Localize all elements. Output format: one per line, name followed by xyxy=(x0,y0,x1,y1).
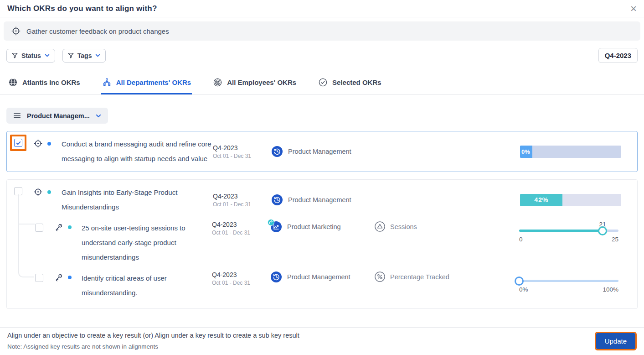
objective-target-icon xyxy=(33,139,43,148)
period-badge[interactable]: Q4-2023 xyxy=(598,48,638,63)
tab-label: All Departments' OKRs xyxy=(116,78,191,86)
objective-row: Conduct a brand messaging audit and refi… xyxy=(14,137,625,166)
okr-title[interactable]: 25 on-site user-testing sessions to unde… xyxy=(82,221,212,265)
row-icons xyxy=(54,271,82,282)
okr-checkbox[interactable] xyxy=(14,187,22,195)
slider-minmax: 0 25 xyxy=(519,236,618,243)
key-result-row: Identify critical areas of user misunder… xyxy=(35,271,625,300)
date-cell: Q4-2023 Oct 01 - Dec 31 xyxy=(213,193,271,208)
modal-title: Which OKRs do you want to align with? xyxy=(7,4,157,13)
org-chart-icon xyxy=(102,78,112,87)
period-label: Q4-2023 xyxy=(212,271,270,278)
checkbox-cell xyxy=(14,185,33,195)
date-range-label: Oct 01 - Dec 31 xyxy=(212,280,270,286)
tree-connector-stub xyxy=(18,224,35,224)
slider-min-label: 0 xyxy=(519,236,523,243)
footer-hint: Align under an objective to create a key… xyxy=(7,332,299,339)
key-result-row: 25 on-site user-testing sessions to unde… xyxy=(35,221,625,265)
growth-arrow-badge-icon xyxy=(268,219,274,226)
tags-filter-button[interactable]: Tags xyxy=(62,49,106,63)
okr-title[interactable]: Identify critical areas of user misunder… xyxy=(82,271,212,300)
date-range-label: Oct 01 - Dec 31 xyxy=(213,153,271,159)
slider-fill xyxy=(519,230,603,232)
close-icon[interactable]: × xyxy=(630,3,637,14)
status-dot-icon xyxy=(47,142,51,146)
checkbox-cell xyxy=(35,221,54,232)
bullseye-icon xyxy=(213,78,222,87)
key-icon xyxy=(54,273,63,282)
row-icons xyxy=(33,137,62,148)
okr-card-group: Gain Insights into Early-Stage Product M… xyxy=(6,179,638,309)
okr-card-selected: Conduct a brand messaging audit and refi… xyxy=(6,131,638,172)
check-circle-icon xyxy=(318,78,328,87)
tab-all-departments-okrs[interactable]: All Departments' OKRs xyxy=(101,73,192,94)
department-history-icon xyxy=(271,146,283,157)
footer-note: Note: Assigned key results are not shown… xyxy=(7,343,299,350)
date-range-label: Oct 01 - Dec 31 xyxy=(213,201,271,208)
kr-checkbox[interactable] xyxy=(35,274,43,282)
progress-bar: 0% xyxy=(520,146,621,158)
department-name: Product Management xyxy=(288,196,351,204)
department-name: Product Management xyxy=(287,273,350,281)
slider-track[interactable] xyxy=(519,280,618,282)
checkbox-cell xyxy=(35,271,54,282)
chevron-down-icon xyxy=(95,113,102,119)
department-cell: Product Marketing xyxy=(270,221,374,233)
tab-all-employees-okrs[interactable]: All Employees' OKRs xyxy=(212,73,297,94)
department-history-icon xyxy=(270,271,282,283)
sessions-triangle-icon xyxy=(374,221,386,232)
tab-selected-okrs[interactable]: Selected OKRs xyxy=(317,73,382,94)
orange-highlight-box xyxy=(10,135,26,151)
orange-highlight-box: Update xyxy=(595,332,637,350)
slider-handle[interactable] xyxy=(598,226,607,235)
objective-row: Gain Insights into Early-Stage Product M… xyxy=(14,185,625,214)
slider-minmax: 0% 100% xyxy=(519,286,618,293)
date-cell: Q4-2023 Oct 01 - Dec 31 xyxy=(213,144,271,159)
slider-handle[interactable] xyxy=(515,277,524,286)
department-name: Product Marketing xyxy=(287,223,341,230)
status-filter-button[interactable]: Status xyxy=(6,49,55,63)
funnel-icon xyxy=(67,52,74,59)
modal-footer: Align under an objective to create a key… xyxy=(0,327,644,355)
status-filter-label: Status xyxy=(21,52,41,59)
target-icon xyxy=(11,26,21,36)
progress-cell: 21 0 25 xyxy=(519,221,621,243)
status-dot-icon xyxy=(68,225,72,229)
funnel-icon xyxy=(11,52,18,59)
progress-fill: 0% xyxy=(520,146,532,158)
okr-title[interactable]: Gain Insights into Early-Stage Product M… xyxy=(62,185,213,214)
kr-checkbox[interactable] xyxy=(35,224,43,232)
progress-cell: 0% xyxy=(520,146,622,158)
tab-label: All Employees' OKRs xyxy=(227,78,296,86)
chevron-down-icon xyxy=(44,52,50,58)
okr-title[interactable]: Conduct a brand messaging audit and refi… xyxy=(62,137,213,166)
progress-cell: 0% 100% xyxy=(519,271,621,293)
tags-filter-label: Tags xyxy=(77,52,92,59)
kr-progress-slider: 0% 100% xyxy=(519,271,618,293)
slider-track[interactable] xyxy=(519,230,618,232)
hamburger-icon xyxy=(13,111,21,120)
date-range-label: Oct 01 - Dec 31 xyxy=(212,230,270,236)
context-objective-text: Gather customer feedback on product chan… xyxy=(26,27,169,35)
status-dot-icon xyxy=(47,190,51,194)
status-dot-icon xyxy=(68,276,72,279)
slider-min-label: 0% xyxy=(519,286,528,293)
update-button[interactable]: Update xyxy=(596,333,635,349)
progress-fill: 42% xyxy=(520,194,562,206)
department-filter-label: Product Managem... xyxy=(27,112,90,120)
period-label: Q4-2023 xyxy=(212,221,270,228)
row-icons xyxy=(54,221,82,232)
objective-context-bar: Gather customer feedback on product chan… xyxy=(4,21,640,41)
tab-label: Selected OKRs xyxy=(332,78,381,86)
department-cell: Product Management xyxy=(271,146,375,157)
department-marketing-icon xyxy=(270,221,282,233)
filter-row: Status Tags Q4-2023 xyxy=(6,48,638,63)
okr-checkbox-checked[interactable] xyxy=(14,139,22,147)
period-label: Q4-2023 xyxy=(213,193,271,200)
department-filter-dropdown[interactable]: Product Managem... xyxy=(6,108,108,124)
department-history-icon xyxy=(271,194,283,206)
tab-atlantis-inc-okrs[interactable]: Atlantis Inc OKRs xyxy=(7,73,81,94)
row-icons xyxy=(33,185,62,197)
department-name: Product Management xyxy=(288,148,351,155)
kr-progress-slider: 21 0 25 xyxy=(519,221,618,243)
